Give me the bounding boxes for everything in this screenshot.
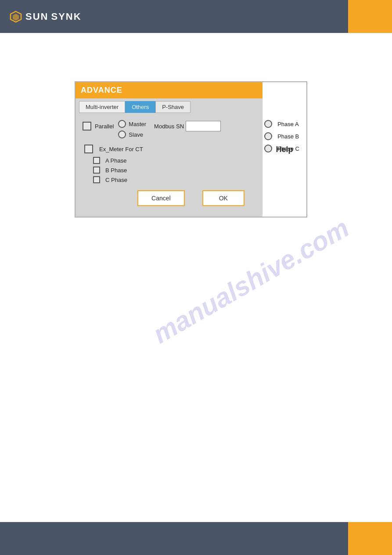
phase-b-label: Phase B <box>277 133 299 140</box>
a-phase-label: A Phase <box>105 157 126 164</box>
modbus-sn-label: Modbus SN <box>154 123 184 130</box>
dialog-title: ADVANCE <box>81 86 122 95</box>
header: SUN SYNK <box>0 0 392 33</box>
phase-c-row: Phase C <box>264 145 299 152</box>
phase-a-label: Phase A <box>277 121 298 127</box>
logo: SUN SYNK <box>9 10 82 24</box>
dialog-titlebar: ADVANCE Help <box>76 82 306 98</box>
footer-accent <box>348 522 392 555</box>
ex-meter-checkbox[interactable] <box>84 145 93 153</box>
phase-b-row: Phase B <box>264 132 299 140</box>
ex-meter-label: Ex_Meter For CT <box>99 146 143 152</box>
advance-dialog: ADVANCE Help Multi-inverter Others P-Sha… <box>75 81 307 218</box>
b-phase-checkbox[interactable] <box>93 167 100 174</box>
svg-marker-1 <box>13 14 19 21</box>
slave-radio[interactable] <box>118 131 126 138</box>
c-phase-checkbox[interactable] <box>93 176 100 183</box>
phase-a-row: Phase A <box>264 120 299 128</box>
b-phase-label: B Phase <box>105 167 127 174</box>
modbus-sn-input[interactable] <box>186 121 221 131</box>
master-label: Master <box>129 121 146 127</box>
header-accent <box>348 0 392 33</box>
footer <box>0 522 392 555</box>
tab-p-shave[interactable]: P-Shave <box>155 101 191 113</box>
dialog-wrapper: manualshive.com ADVANCE Help Multi-inver… <box>75 81 392 218</box>
phase-c-label: Phase C <box>277 145 299 152</box>
parallel-label: Parallel <box>95 123 114 130</box>
phase-c-radio[interactable] <box>264 145 272 152</box>
logo-sun: SUN <box>25 11 48 22</box>
master-radio[interactable] <box>118 120 126 128</box>
cancel-button[interactable]: Cancel <box>137 190 185 206</box>
tab-multi-inverter[interactable]: Multi-inverter <box>79 101 125 113</box>
tab-others[interactable]: Others <box>125 101 155 113</box>
master-slave-col: Master Slave <box>118 120 146 138</box>
phase-a-radio[interactable] <box>264 120 272 128</box>
a-phase-checkbox[interactable] <box>93 157 100 164</box>
c-phase-label: C Phase <box>105 177 127 183</box>
phase-b-radio[interactable] <box>264 132 272 140</box>
slave-label: Slave <box>129 131 143 138</box>
logo-synk: SYNK <box>51 11 81 22</box>
parallel-checkbox[interactable] <box>83 122 91 131</box>
main-content: manualshive.com ADVANCE Help Multi-inver… <box>0 33 392 218</box>
ok-button[interactable]: OK <box>202 190 245 206</box>
watermark: manualshive.com <box>147 213 354 350</box>
logo-icon <box>9 10 23 24</box>
